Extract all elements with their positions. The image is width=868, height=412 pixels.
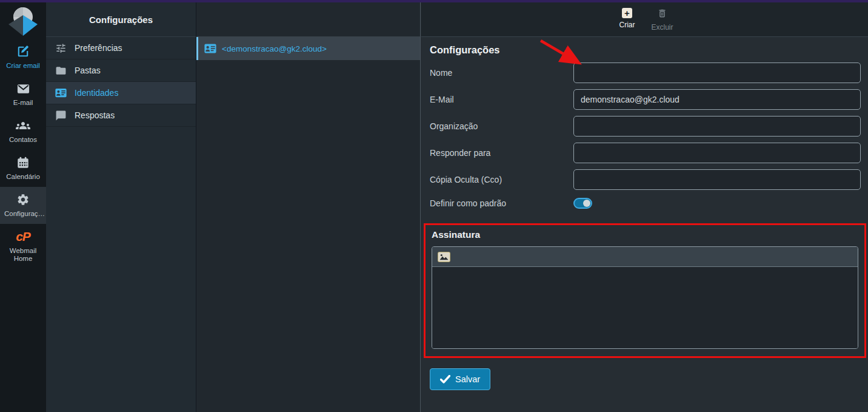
sidebar-item-webmail-home[interactable]: cP Webmail Home (0, 224, 46, 269)
insert-image-button[interactable] (438, 252, 450, 262)
identity-form: Configurações Nome E-Mail Organização Re… (421, 37, 868, 390)
delete-button-label: Excluir (651, 23, 673, 32)
form-row-bcc: Cópia Oculta (Cco) (430, 169, 861, 190)
sidebar-item-label: Webmail Home (4, 247, 42, 263)
create-button-label: Criar (619, 21, 635, 29)
cpanel-logo-icon: cP (16, 229, 30, 244)
menu-item-preferences[interactable]: Preferências (46, 37, 196, 59)
sidebar-item-label: Criar email (6, 62, 40, 70)
save-button[interactable]: Salvar (430, 368, 490, 390)
delete-identity-button[interactable]: Excluir (650, 8, 675, 32)
identity-editor-panel: + Criar Excluir Configurações Nome E-Mai… (421, 2, 868, 412)
bcc-input[interactable] (573, 169, 861, 190)
settings-menu: Configurações Preferências Pastas (46, 2, 196, 412)
form-row-default: Definir como padrão (430, 196, 861, 211)
save-button-label: Salvar (455, 374, 480, 384)
signature-text-area[interactable] (432, 267, 858, 348)
menu-item-label: Pastas (75, 66, 101, 75)
form-title: Configurações (430, 44, 861, 56)
calendar-icon (16, 155, 30, 170)
menu-item-identities[interactable]: Identidades (46, 82, 196, 104)
identity-card-icon (55, 87, 67, 99)
identity-card-icon (204, 44, 216, 53)
signature-title: Assinatura (432, 229, 858, 240)
mail-icon (16, 81, 30, 96)
form-row-email: E-Mail (430, 89, 861, 110)
chat-bubble-icon (55, 110, 67, 121)
organization-input[interactable] (573, 116, 861, 137)
sidebar-item-mail[interactable]: E-mail (0, 76, 46, 113)
sidebar-item-label: E-mail (13, 99, 33, 107)
compose-icon (16, 44, 30, 59)
form-row-name: Nome (430, 62, 861, 83)
bcc-label: Cópia Oculta (Cco) (430, 175, 573, 184)
contacts-icon (16, 118, 30, 133)
gear-icon (16, 192, 30, 207)
name-input[interactable] (573, 62, 861, 83)
identity-email-label: <demonstracao@gk2.cloud> (222, 44, 327, 53)
check-icon (440, 375, 450, 383)
menu-item-label: Identidades (75, 88, 118, 98)
create-identity-button[interactable]: + Criar (615, 8, 639, 29)
sidebar-item-calendar[interactable]: Calendário (0, 150, 46, 187)
identity-list-item[interactable]: <demonstracao@gk2.cloud> (196, 37, 420, 60)
menu-item-label: Preferências (75, 43, 122, 53)
app-logo (0, 5, 46, 39)
identities-list: <demonstracao@gk2.cloud> (196, 2, 421, 412)
signature-editor (432, 246, 858, 349)
plus-icon: + (622, 8, 632, 18)
sidebar-item-label: Calendário (6, 173, 40, 181)
editor-toolbar: + Criar Excluir (421, 2, 868, 37)
name-label: Nome (430, 68, 573, 78)
set-default-label: Definir como padrão (430, 198, 573, 208)
signature-editor-toolbar (432, 247, 858, 267)
app-taskbar: Criar email E-mail Contatos (0, 2, 46, 412)
menu-item-responses[interactable]: Respostas (46, 104, 196, 127)
trash-icon (657, 8, 667, 21)
sliders-icon (55, 42, 67, 54)
form-row-organization: Organização (430, 116, 861, 137)
sidebar-item-label: Contatos (9, 136, 37, 144)
folder-icon (55, 65, 67, 76)
menu-item-folders[interactable]: Pastas (46, 59, 196, 82)
reply-to-input[interactable] (573, 143, 861, 163)
top-accent-strip (0, 0, 868, 2)
reply-to-label: Responder para (430, 148, 573, 158)
menu-item-label: Respostas (75, 110, 115, 120)
settings-menu-title: Configurações (46, 2, 196, 37)
roundcube-logo-icon (7, 7, 39, 37)
email-input[interactable] (573, 89, 861, 110)
email-label: E-Mail (430, 95, 573, 104)
signature-annotation-box: Assinatura (424, 223, 866, 358)
form-row-reply-to: Responder para (430, 143, 861, 163)
sidebar-item-label: Configuraç… (4, 210, 42, 218)
sidebar-item-settings[interactable]: Configuraç… (0, 187, 46, 224)
default-identity-toggle[interactable] (573, 198, 592, 209)
organization-label: Organização (430, 121, 573, 131)
sidebar-item-contacts[interactable]: Contatos (0, 113, 46, 150)
sidebar-item-compose[interactable]: Criar email (0, 39, 46, 76)
identities-list-header (196, 2, 420, 37)
toggle-knob (583, 200, 590, 207)
